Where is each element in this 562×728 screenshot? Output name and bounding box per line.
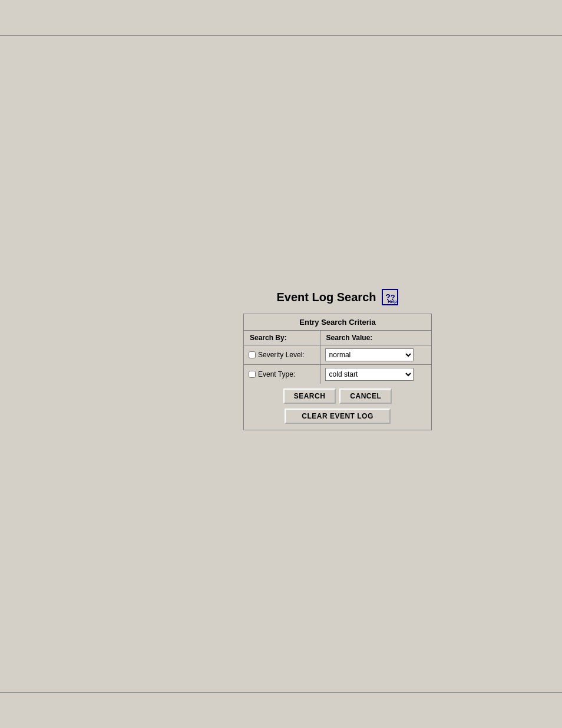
clear-event-log-button[interactable]: CLEAR EVENT LOG: [285, 409, 391, 424]
severity-level-label: Severity Level:: [249, 351, 315, 359]
col-search-by: Search By:: [244, 331, 320, 345]
event-type-select[interactable]: cold start warm start link up link down …: [325, 368, 414, 381]
bottom-border: [0, 692, 562, 693]
event-type-label: Event Type:: [249, 370, 315, 378]
severity-level-cell: Severity Level:: [244, 345, 320, 365]
search-button[interactable]: SEARCH: [283, 388, 336, 404]
top-border: [0, 35, 562, 36]
help-button[interactable]: ? Help: [382, 289, 398, 305]
panel-header: Entry Search Criteria: [244, 314, 431, 331]
col-search-value: Search Value:: [320, 331, 431, 345]
page-title: Event Log Search: [277, 291, 376, 304]
severity-level-checkbox[interactable]: [249, 351, 256, 358]
table-row: Event Type: cold start warm start link u…: [244, 365, 431, 384]
event-type-text: Event Type:: [258, 370, 295, 378]
criteria-table: Search By: Search Value: Severity Level:…: [244, 331, 431, 384]
event-type-cell: Event Type:: [244, 365, 320, 384]
table-row: Severity Level: normal warning critical …: [244, 345, 431, 365]
title-row: Event Log Search ? Help: [243, 289, 432, 305]
help-button-text: Help: [388, 299, 396, 304]
event-value-cell: cold start warm start link up link down …: [320, 365, 431, 384]
main-content: Event Log Search ? Help Entry Search Cri…: [243, 289, 432, 430]
cancel-button[interactable]: CANCEL: [339, 388, 392, 404]
severity-level-text: Severity Level:: [258, 351, 305, 359]
severity-value-cell: normal warning critical informational: [320, 345, 431, 365]
severity-level-select[interactable]: normal warning critical informational: [325, 348, 414, 361]
clear-row: CLEAR EVENT LOG: [244, 406, 431, 430]
action-buttons-row: SEARCH CANCEL: [244, 384, 431, 406]
event-type-checkbox[interactable]: [249, 371, 256, 378]
search-panel: Entry Search Criteria Search By: Search …: [243, 314, 432, 430]
